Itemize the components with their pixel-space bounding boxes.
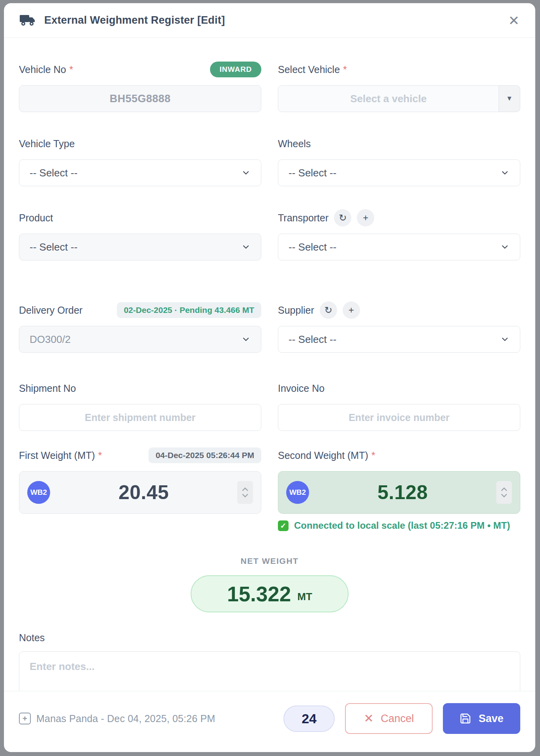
refresh-icon: ↻ xyxy=(339,212,347,223)
save-button[interactable]: Save xyxy=(443,703,520,734)
notes-group: Notes xyxy=(19,632,520,691)
notes-input[interactable] xyxy=(19,651,520,691)
vehicle-no-group: Vehicle No * INWARD BH55G8888 xyxy=(19,61,261,112)
required-asterisk: * xyxy=(371,450,375,461)
chevron-down-icon xyxy=(241,242,251,252)
supplier-refresh-button[interactable]: ↻ xyxy=(320,301,337,319)
record-count-badge: 24 xyxy=(283,705,335,732)
modal-header: External Weighment Register [Edit] ✕ xyxy=(4,3,535,38)
footer-actions: 24 ✕ Cancel Save xyxy=(283,703,520,734)
delivery-order-group: Delivery Order 02-Dec-2025 · Pending 43.… xyxy=(19,301,261,353)
net-weight-unit: MT xyxy=(297,591,312,603)
second-weight-group: Second Weight (MT) * WB2 5.128 ✓ Connect xyxy=(278,447,520,531)
vehicle-no-input[interactable]: BH55G8888 xyxy=(19,85,261,112)
delivery-order-label: Delivery Order xyxy=(19,305,82,316)
net-weight-pill: 15.322 MT xyxy=(191,575,349,612)
required-asterisk: * xyxy=(343,64,347,75)
chevron-down-icon xyxy=(241,168,251,178)
select-vehicle-input[interactable]: Select a vehicle xyxy=(278,85,499,112)
vehicle-type-label: Vehicle Type xyxy=(19,138,75,150)
product-select[interactable]: -- Select -- xyxy=(19,234,261,260)
wheels-group: Wheels -- Select -- xyxy=(278,135,520,186)
vehicle-no-label: Vehicle No xyxy=(19,64,66,75)
transporter-selected: -- Select -- xyxy=(289,241,336,253)
save-floppy-icon xyxy=(459,713,471,724)
cancel-x-icon: ✕ xyxy=(364,713,373,724)
select-vehicle-placeholder: Select a vehicle xyxy=(350,93,427,105)
first-weight-stepper[interactable] xyxy=(237,481,253,504)
audit-text: Manas Panda - Dec 04, 2025, 05:26 PM xyxy=(36,713,215,724)
expand-plus-icon[interactable]: + xyxy=(19,713,31,724)
required-asterisk: * xyxy=(98,450,102,461)
delivery-order-selected: DO300/2 xyxy=(30,333,71,346)
close-icon[interactable]: ✕ xyxy=(508,14,520,27)
chevron-down-icon xyxy=(241,335,251,344)
vehicle-type-select[interactable]: -- Select -- xyxy=(19,159,261,186)
weighbridge-badge: WB2 xyxy=(286,481,309,504)
product-group: Product -- Select -- xyxy=(19,209,261,260)
invoice-no-input[interactable] xyxy=(278,404,520,431)
chevron-down-icon xyxy=(500,242,510,252)
transporter-select[interactable]: -- Select -- xyxy=(278,234,520,260)
select-vehicle-label: Select Vehicle xyxy=(278,64,340,75)
invoice-no-group: Invoice No xyxy=(278,380,520,431)
shipment-no-label: Shipment No xyxy=(19,383,76,394)
chevron-up-icon xyxy=(501,487,507,491)
second-weight-label: Second Weight (MT) xyxy=(278,450,368,461)
vehicle-no-value: BH55G8888 xyxy=(110,93,171,105)
invoice-no-label: Invoice No xyxy=(278,383,324,394)
net-weight-value: 15.322 xyxy=(227,582,291,606)
shipment-no-group: Shipment No xyxy=(19,380,261,431)
modal-footer: + Manas Panda - Dec 04, 2025, 05:26 PM 2… xyxy=(4,691,535,752)
first-weight-value: 20.45 xyxy=(50,481,237,504)
weighbridge-badge: WB2 xyxy=(27,481,50,504)
scale-connection-status: ✓ Connected to local scale (last 05:27:1… xyxy=(278,520,520,531)
notes-label: Notes xyxy=(19,632,45,643)
net-weight-label: NET WEIGHT xyxy=(241,556,299,566)
transporter-add-button[interactable]: + xyxy=(357,209,374,226)
net-weight-section: NET WEIGHT 15.322 MT xyxy=(19,556,520,612)
cancel-button[interactable]: ✕ Cancel xyxy=(345,703,433,734)
chevron-down-icon xyxy=(500,335,510,344)
audit-info: + Manas Panda - Dec 04, 2025, 05:26 PM xyxy=(19,713,215,724)
plus-icon: + xyxy=(349,305,354,316)
second-weight-value: 5.128 xyxy=(309,481,496,504)
transporter-label: Transporter xyxy=(278,212,328,224)
vehicle-type-selected: -- Select -- xyxy=(30,167,77,179)
truck-icon xyxy=(20,14,36,27)
modal-title: External Weighment Register [Edit] xyxy=(44,14,225,26)
required-asterisk: * xyxy=(69,64,73,75)
scale-connection-text: Connected to local scale (last 05:27:16 … xyxy=(294,520,510,531)
caret-down-icon: ▼ xyxy=(506,95,513,103)
shipment-no-input[interactable] xyxy=(19,404,261,431)
delivery-order-pending-badge: 02-Dec-2025 · Pending 43.466 MT xyxy=(117,302,261,318)
supplier-label: Supplier xyxy=(278,305,314,316)
dimmed-backdrop: External Weighment Register [Edit] ✕ Veh… xyxy=(0,0,540,756)
wheels-select[interactable]: -- Select -- xyxy=(278,159,520,186)
modal-body: Vehicle No * INWARD BH55G8888 Select Veh… xyxy=(4,38,535,691)
supplier-group: Supplier ↻ + -- Select -- xyxy=(278,301,520,353)
delivery-order-select[interactable]: DO300/2 xyxy=(19,326,261,353)
product-label: Product xyxy=(19,212,53,224)
supplier-selected: -- Select -- xyxy=(289,333,336,346)
select-vehicle-dropdown-button[interactable]: ▼ xyxy=(499,85,520,112)
second-weight-input[interactable]: WB2 5.128 xyxy=(278,471,520,514)
supplier-add-button[interactable]: + xyxy=(343,301,360,319)
wheels-selected: -- Select -- xyxy=(289,167,336,179)
second-weight-stepper[interactable] xyxy=(496,481,512,504)
first-weight-group: First Weight (MT) * 04-Dec-2025 05:26:44… xyxy=(19,447,261,531)
transporter-refresh-button[interactable]: ↻ xyxy=(334,209,351,226)
cancel-button-label: Cancel xyxy=(381,713,414,725)
plus-icon: + xyxy=(363,212,368,223)
first-weight-label: First Weight (MT) xyxy=(19,450,95,461)
chevron-up-icon xyxy=(242,487,248,491)
wheels-label: Wheels xyxy=(278,138,311,150)
external-weighment-register-modal: External Weighment Register [Edit] ✕ Veh… xyxy=(4,3,535,752)
chevron-down-icon xyxy=(242,494,248,498)
supplier-select[interactable]: -- Select -- xyxy=(278,326,520,353)
save-button-label: Save xyxy=(478,713,503,725)
first-weight-input[interactable]: WB2 20.45 xyxy=(19,471,261,514)
chevron-down-icon xyxy=(500,168,510,178)
checkbox-check-icon: ✓ xyxy=(278,520,289,531)
chevron-down-icon xyxy=(501,494,507,498)
